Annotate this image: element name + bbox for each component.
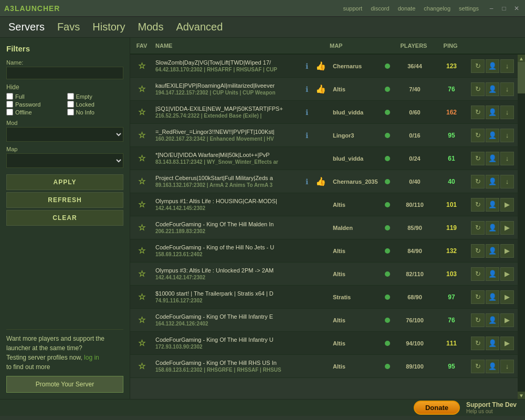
mod-filter-select[interactable]	[6, 127, 123, 142]
scroll-down-button[interactable]: ▼	[518, 392, 525, 399]
profile-action-button[interactable]: 👤	[486, 59, 499, 73]
play-action-button[interactable]: ▶	[500, 221, 514, 235]
hide-noinfo-option[interactable]: No Info	[67, 109, 124, 116]
refresh-action-button[interactable]: ↻	[471, 106, 485, 119]
refresh-action-button[interactable]: ↻	[471, 152, 485, 165]
server-row[interactable]: ☆ kaufEXILE|PVP|RoamingAI|militarized|li…	[130, 78, 518, 101]
refresh-action-button[interactable]: ↻	[471, 221, 485, 235]
refresh-action-button[interactable]: ↻	[471, 129, 485, 142]
hide-locked-option[interactable]: Locked	[67, 101, 124, 108]
star-icon[interactable]: ☆	[138, 223, 145, 233]
refresh-action-button[interactable]: ↻	[471, 82, 485, 96]
server-row[interactable]: ☆ CodeFourGaming - King Of The Hill RHS …	[130, 355, 518, 378]
refresh-action-button[interactable]: ↻	[471, 360, 485, 373]
scroll-thumb[interactable]	[518, 62, 525, 93]
star-icon[interactable]: ☆	[138, 61, 145, 71]
refresh-action-button[interactable]: ↻	[471, 267, 485, 281]
star-icon[interactable]: ☆	[138, 153, 145, 163]
server-row[interactable]: ☆ Olympus #3: Altis Life : Unlocked 2PM …	[130, 262, 518, 286]
server-row[interactable]: ☆ Project Ceberus|100kStart|Full Militar…	[130, 170, 518, 193]
close-button[interactable]: ✕	[512, 4, 521, 13]
server-row[interactable]: ☆ SlowZomb|DayZ|VG|Tow|Lift|TWD|Wiped 17…	[130, 55, 518, 78]
hide-empty-checkbox[interactable]	[67, 93, 74, 100]
server-row[interactable]: ☆ CodeFourGaming - King Of The Hill Infa…	[130, 309, 518, 332]
star-icon[interactable]: ☆	[138, 338, 145, 348]
hide-locked-checkbox[interactable]	[67, 101, 74, 108]
profile-action-button[interactable]: 👤	[486, 313, 499, 327]
nav-settings[interactable]: settings	[459, 5, 479, 12]
name-filter-input[interactable]	[6, 67, 123, 79]
login-link[interactable]: log in	[84, 354, 99, 361]
nav-discord[interactable]: discord	[371, 5, 389, 12]
play-action-button[interactable]: ▶	[500, 244, 514, 258]
server-row[interactable]: ☆ |SQ1|VIDDA-EXILE|NEW_MAP|50KSTART|FPS+…	[130, 101, 518, 124]
profile-action-button[interactable]: 👤	[486, 129, 499, 142]
scrollbar[interactable]: ▲ ▼	[518, 55, 525, 399]
profile-action-button[interactable]: 👤	[486, 152, 499, 165]
profile-action-button[interactable]: 👤	[486, 106, 499, 119]
refresh-action-button[interactable]: ↻	[471, 59, 485, 73]
profile-action-button[interactable]: 👤	[486, 360, 499, 373]
tab-servers[interactable]: Servers	[8, 21, 45, 33]
refresh-action-button[interactable]: ↻	[471, 337, 485, 350]
hide-password-checkbox[interactable]	[6, 101, 13, 108]
play-action-button[interactable]: ▶	[500, 267, 514, 281]
star-icon[interactable]: ☆	[138, 130, 145, 140]
nav-donate[interactable]: donate	[398, 5, 416, 12]
download-action-button[interactable]: ↓	[500, 175, 514, 188]
star-icon[interactable]: ☆	[138, 84, 145, 94]
nav-changelog[interactable]: changelog	[424, 5, 450, 12]
server-row[interactable]: ☆ $10000 start! | The Trailerpark | Stra…	[130, 286, 518, 309]
star-icon[interactable]: ☆	[138, 176, 145, 186]
download-action-button[interactable]: ↓	[500, 152, 514, 165]
profile-action-button[interactable]: 👤	[486, 82, 499, 96]
tab-favs[interactable]: Favs	[57, 21, 80, 33]
hide-noinfo-checkbox[interactable]	[67, 109, 74, 116]
refresh-action-button[interactable]: ↻	[471, 198, 485, 212]
star-icon[interactable]: ☆	[138, 269, 145, 279]
maximize-button[interactable]: □	[500, 4, 508, 13]
tab-advanced[interactable]: Advanced	[176, 21, 223, 33]
download-action-button[interactable]: ↓	[500, 59, 514, 73]
donate-button[interactable]: Donate	[414, 401, 460, 415]
star-icon[interactable]: ☆	[138, 292, 145, 302]
clear-button[interactable]: CLEAR	[6, 210, 123, 226]
profile-action-button[interactable]: 👤	[486, 337, 499, 350]
server-row[interactable]: ☆ Olympus #1: Altis Life : HOUSING|CAR-M…	[130, 193, 518, 216]
apply-button[interactable]: APPLY	[6, 174, 123, 190]
star-icon[interactable]: ☆	[138, 200, 145, 209]
hide-full-option[interactable]: Full	[6, 93, 63, 100]
download-action-button[interactable]: ↓	[500, 82, 514, 96]
star-icon[interactable]: ☆	[138, 246, 145, 256]
server-row[interactable]: ☆ CodeFourGaming - King Of The Hill Mald…	[130, 216, 518, 239]
refresh-action-button[interactable]: ↻	[471, 244, 485, 258]
play-action-button[interactable]: ▶	[500, 198, 514, 212]
server-row[interactable]: ☆ *[NO/EU]VIDDA Warfare|Mil|50k|Loot++|P…	[130, 147, 518, 170]
play-action-button[interactable]: ▶	[500, 290, 514, 304]
profile-action-button[interactable]: 👤	[486, 198, 499, 212]
play-action-button[interactable]: ▶	[500, 337, 514, 350]
download-action-button[interactable]: ↓	[500, 360, 514, 373]
hide-full-checkbox[interactable]	[6, 93, 13, 100]
scroll-up-button[interactable]: ▲	[518, 55, 525, 62]
profile-action-button[interactable]: 👤	[486, 221, 499, 235]
refresh-button[interactable]: REFRESH	[6, 192, 123, 208]
profile-action-button[interactable]: 👤	[486, 175, 499, 188]
refresh-action-button[interactable]: ↻	[471, 175, 485, 188]
refresh-action-button[interactable]: ↻	[471, 313, 485, 327]
tab-history[interactable]: History	[92, 21, 125, 33]
tab-mods[interactable]: Mods	[138, 21, 163, 33]
hide-empty-option[interactable]: Empty	[67, 93, 124, 100]
refresh-action-button[interactable]: ↻	[471, 290, 485, 304]
star-icon[interactable]: ☆	[138, 361, 145, 371]
promote-server-button[interactable]: Promote Your Server	[6, 376, 123, 393]
hide-offline-checkbox[interactable]	[6, 109, 13, 116]
server-row[interactable]: ☆ CodeFourGaming - King Of The Hill Infa…	[130, 332, 518, 355]
hide-password-option[interactable]: Password	[6, 101, 63, 108]
download-action-button[interactable]: ↓	[500, 106, 514, 119]
play-action-button[interactable]: ▶	[500, 313, 514, 327]
map-filter-select[interactable]	[6, 153, 123, 168]
download-action-button[interactable]: ↓	[500, 129, 514, 142]
profile-action-button[interactable]: 👤	[486, 244, 499, 258]
profile-action-button[interactable]: 👤	[486, 267, 499, 281]
